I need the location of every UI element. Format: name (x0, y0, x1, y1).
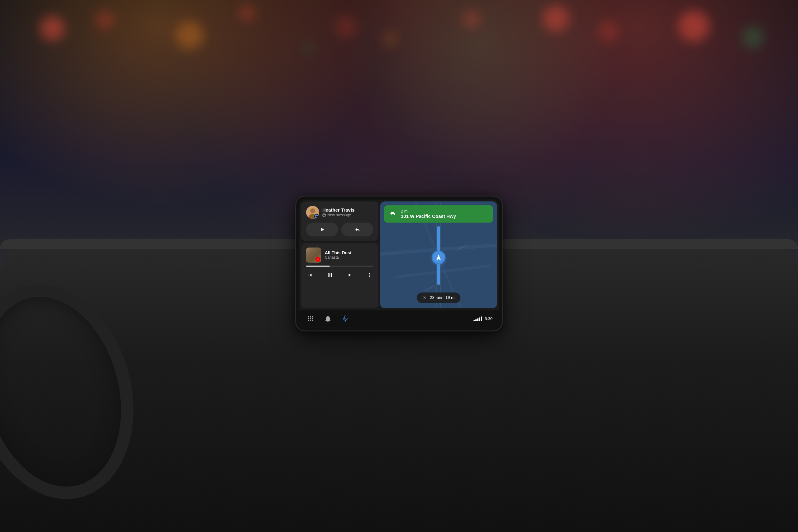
turn-text: 2 mi 101 W Pacific Coast Hwy (401, 209, 488, 219)
nav-icons (305, 314, 474, 323)
youtube-music-icon (317, 258, 319, 261)
play-message-button[interactable] (306, 223, 338, 236)
nav-arrow-circle (432, 251, 445, 264)
message-badge (314, 214, 319, 219)
turn-instruction: 2 mi 101 W Pacific Coast Hwy (384, 205, 493, 223)
next-track-button[interactable] (346, 271, 354, 279)
music-controls (306, 270, 374, 280)
music-card: All This Dust Canasta (301, 243, 378, 308)
bokeh-light (383, 32, 397, 46)
signal-strength-icon (474, 316, 482, 321)
avatar (306, 206, 319, 219)
skip-next-icon (347, 272, 353, 278)
turn-left-icon (389, 209, 398, 218)
screen-bezel: Heather Travis New message (296, 196, 502, 330)
pause-icon (327, 271, 334, 278)
bokeh-light (40, 16, 65, 41)
eta-text: 28 min · 19 mi (430, 295, 455, 300)
reply-icon (355, 227, 360, 232)
track-row: All This Dust Canasta (306, 247, 374, 262)
apps-button[interactable] (305, 314, 316, 323)
bell-icon (324, 315, 332, 322)
bokeh-light (335, 16, 357, 38)
android-auto-screen: Heather Travis New message (299, 200, 499, 327)
reply-button[interactable] (341, 223, 374, 236)
track-name: All This Dust (325, 250, 374, 255)
close-icon (422, 296, 427, 300)
bokeh-light (598, 21, 619, 41)
signal-bar-4 (479, 317, 480, 321)
left-panel: Heather Travis New message (299, 200, 380, 310)
track-info: All This Dust Canasta (325, 250, 374, 260)
eta-badge: 28 min · 19 mi (417, 292, 460, 303)
bokeh-light (303, 43, 314, 54)
artist-name: Canasta (325, 255, 374, 260)
navigation-arrow-icon (435, 254, 442, 261)
skip-previous-icon (307, 272, 313, 278)
message-badge-icon (316, 215, 318, 217)
contact-name: Heather Travis (322, 207, 374, 213)
turn-street: 101 W Pacific Coast Hwy (401, 213, 488, 219)
music-source-badge (316, 257, 320, 262)
status-area: 6:30 (474, 316, 493, 321)
play-icon (320, 227, 325, 232)
svg-point-3 (369, 274, 370, 275)
contact-row: Heather Travis New message (306, 206, 374, 219)
action-buttons (306, 223, 374, 236)
bokeh-light (240, 5, 255, 21)
more-options-button[interactable] (365, 271, 374, 279)
album-art (306, 247, 321, 262)
contact-info: Heather Travis New message (322, 207, 374, 217)
message-label: New message (322, 213, 374, 217)
pause-button[interactable] (325, 270, 335, 280)
signal-bar-1 (474, 320, 475, 321)
bokeh-light (543, 5, 569, 32)
time-display: 6:30 (485, 316, 493, 321)
notifications-button[interactable] (323, 314, 333, 323)
message-card: Heather Travis New message (301, 201, 378, 241)
more-vert-icon (366, 272, 372, 278)
svg-point-2 (369, 273, 370, 274)
bokeh-light (742, 26, 764, 48)
voice-button[interactable] (340, 314, 350, 323)
bokeh-light (96, 11, 114, 29)
signal-bar-3 (477, 318, 478, 321)
signal-bar-5 (481, 316, 482, 321)
progress-fill (306, 266, 330, 266)
nav-arrow (432, 251, 445, 264)
bokeh-light (678, 11, 709, 42)
bokeh-light (175, 21, 204, 49)
message-icon (322, 213, 326, 217)
bokeh-light (463, 11, 480, 28)
eta-close-button[interactable] (422, 295, 428, 301)
navigation-panel[interactable]: Coastal Dr Coastal Dr 2 mi 101 W Pacific… (380, 201, 497, 308)
progress-bar[interactable] (306, 266, 374, 266)
bottom-bar: 6:30 (299, 310, 499, 327)
signal-bar-2 (475, 319, 477, 321)
previous-track-button[interactable] (306, 271, 314, 279)
content-area: Heather Travis New message (299, 200, 499, 310)
svg-point-4 (369, 276, 370, 277)
turn-distance: 2 mi (401, 209, 488, 213)
apps-icon (307, 315, 314, 322)
microphone-icon (342, 315, 349, 322)
